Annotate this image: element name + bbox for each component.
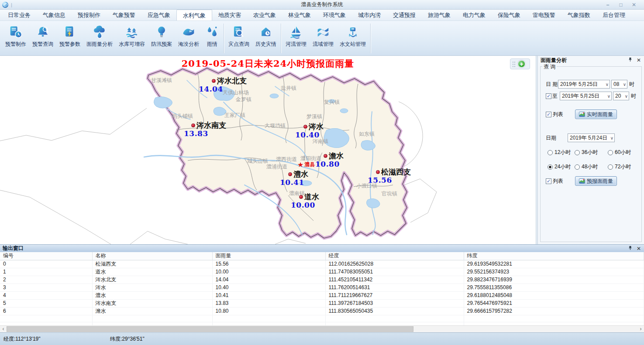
table-cell: 29.8823476716939	[464, 276, 644, 284]
scrollbar-thumb[interactable]	[7, 326, 413, 332]
table-cell: 14.04	[212, 276, 325, 284]
maximize-button[interactable]: □	[614, 2, 627, 8]
to-hour-select[interactable]: 20 ∨	[613, 92, 629, 100]
rain-analysis-panel: 面雨量分析 ✕ 查 询 日 期 2019年 5月25日 ∨ 08 ∨	[538, 56, 644, 244]
duration-radio-label: 12小时	[554, 149, 571, 156]
table-cell: 0	[0, 260, 92, 268]
duration-radio-12小时[interactable]: 12小时	[548, 149, 575, 156]
column-header[interactable]: 纬度	[464, 252, 644, 260]
map-svg	[0, 56, 536, 244]
forecast-list-checkbox[interactable]: ✓	[546, 178, 551, 184]
from-hour-select[interactable]: 08 ∨	[611, 80, 627, 89]
menu-item-9[interactable]: 林业气象	[282, 10, 317, 20]
map-canvas[interactable]: 2019-05-24日未来24小时预报面雨量 甘溪滩镇盐井镇天供山林场金罗镇复兴…	[0, 56, 536, 244]
table-row[interactable]: 2涔水北支14.04111.45210541134229.88234767169…	[0, 276, 644, 284]
tool-bulb[interactable]: 防汛预案	[148, 24, 175, 49]
table-cell: 111.76200514631	[325, 284, 464, 291]
to-checkbox[interactable]: ✓	[546, 93, 551, 99]
table-row[interactable]: 4澧水10.41111.71121966762729.6188012485048	[0, 291, 644, 299]
duration-radio-60小时[interactable]: 60小时	[608, 149, 643, 156]
pin-icon[interactable]	[628, 57, 633, 63]
column-header[interactable]: 名称	[92, 252, 212, 260]
menu-item-18[interactable]: 后台管理	[596, 10, 631, 20]
tool-cloud-drop[interactable]: 面雨量分析	[83, 24, 116, 49]
table-row[interactable]: 5涔水南支13.83111.39726718450329.76544769759…	[0, 299, 644, 307]
table-row[interactable]: 1道水10.00111.74708305505129.552156374923	[0, 268, 644, 276]
tool-label: 河流管理	[286, 41, 307, 48]
title-bar: | 澧县业务制作系统 – □ ✕	[0, 0, 644, 10]
tool-doc-clock[interactable]: 预警制作	[2, 24, 29, 49]
table-row[interactable]: 3涔水10.40111.7620051463129.7555811355086	[0, 284, 644, 291]
menu-item-7[interactable]: 地质灾害	[212, 10, 247, 20]
forecast-date-select[interactable]: 2019年 5月24日 ∨	[568, 133, 615, 142]
menu-item-2[interactable]: 气象信息	[37, 10, 72, 20]
tool-flood-wave[interactable]: 淹没分析	[175, 24, 202, 49]
from-date-select[interactable]: 2019年 5月25日 ∨	[558, 80, 610, 89]
table-row[interactable]: 6澹水10.80111.83056505043529.6666157957282	[0, 307, 644, 315]
table-cell: 29.6666157957282	[464, 307, 644, 315]
realtime-rain-button[interactable]: 实时面雨量	[575, 109, 617, 119]
table-cell-empty	[0, 315, 92, 322]
table-cell-empty	[212, 322, 325, 325]
scroll-left-button[interactable]: ‹	[0, 326, 7, 332]
menu-item-8[interactable]: 农业气象	[247, 10, 282, 20]
horizontal-scrollbar[interactable]: ‹ ›	[0, 325, 644, 332]
table-row[interactable]: 0松滋西支15.56112.00162562502829.61935495322…	[0, 260, 644, 268]
forecast-rain-button[interactable]: 预报面雨量	[575, 176, 617, 186]
tool-label: 水库可增容	[119, 41, 145, 48]
map-zoom-control[interactable]: +	[510, 58, 530, 69]
output-close-icon[interactable]: ✕	[637, 246, 641, 252]
tool-doc-bolt[interactable]: 预警参数	[56, 24, 83, 49]
table-cell-empty	[325, 315, 464, 322]
menu-item-12[interactable]: 交通预报	[387, 10, 422, 20]
output-table-body: 0松滋西支15.56112.00162562502829.61935495322…	[0, 260, 644, 325]
column-header[interactable]: 面雨量	[212, 252, 325, 260]
zoom-in-icon[interactable]: +	[518, 60, 525, 68]
menu-item-15[interactable]: 保险气象	[492, 10, 527, 20]
duration-radio-label: 36小时	[582, 149, 598, 156]
menu-item-13[interactable]: 旅游气象	[422, 10, 457, 20]
to-date-select[interactable]: 2019年 5月25日 ∨	[560, 92, 612, 100]
panel-close-icon[interactable]: ✕	[637, 57, 641, 63]
column-header[interactable]: 经度	[325, 252, 464, 260]
radio-icon	[548, 164, 553, 170]
duration-radio-72小时[interactable]: 72小时	[608, 163, 643, 171]
table-cell-empty	[464, 322, 644, 325]
doc-search-icon	[232, 25, 246, 39]
tool-label: 防汛预案	[151, 41, 172, 48]
menu-item-4[interactable]: 气象预警	[107, 10, 141, 20]
tool-reservoir[interactable]: 水库可增容	[116, 24, 148, 49]
menu-item-1[interactable]: 日常业务	[2, 10, 37, 20]
tool-waves[interactable]: 流域管理	[310, 24, 337, 49]
menu-item-3[interactable]: 预报制作	[72, 10, 107, 20]
tool-sailboat[interactable]: 河流管理	[282, 24, 310, 49]
duration-radio-48小时[interactable]: 48小时	[575, 163, 608, 171]
menu-item-16[interactable]: 雷电预警	[527, 10, 561, 20]
realtime-list-checkbox[interactable]: ✓	[546, 112, 551, 117]
tool-raindrops[interactable]: 雨情	[202, 24, 222, 49]
tool-bell-search[interactable]: 预警查询	[29, 24, 56, 49]
status-bar: 经度:112°13'19" 纬度:29°36'51"	[0, 332, 644, 345]
doc-clock-icon	[9, 25, 23, 39]
menu-item-17[interactable]: 气象指数	[561, 10, 596, 20]
duration-radio-36小时[interactable]: 36小时	[575, 149, 608, 156]
menu-item-6[interactable]: 水利气象	[176, 10, 212, 20]
scroll-right-button[interactable]: ›	[637, 326, 644, 332]
minimize-button[interactable]: –	[601, 2, 614, 8]
menu-item-5[interactable]: 应急气象	[141, 10, 176, 20]
to-hour-value: 20	[615, 93, 624, 99]
tool-history-house[interactable]: 历史灾情	[252, 24, 279, 49]
main-area: 2019-05-24日未来24小时预报面雨量 甘溪滩镇盐井镇天供山林场金罗镇复兴…	[0, 56, 644, 244]
table-cell-empty	[92, 322, 212, 325]
column-header[interactable]: 编号	[0, 252, 92, 260]
close-button[interactable]: ✕	[627, 2, 641, 8]
chevron-down-icon: ∨	[610, 136, 613, 140]
menu-item-11[interactable]: 城市内涝	[352, 10, 387, 20]
tool-label: 灾点查询	[228, 41, 249, 48]
tool-doc-search[interactable]: 灾点查询	[225, 24, 252, 49]
menu-item-10[interactable]: 环境气象	[317, 10, 352, 20]
menu-item-14[interactable]: 电力气象	[457, 10, 492, 20]
tool-hydro-station[interactable]: 水文站管理	[337, 24, 369, 49]
duration-radio-24小时[interactable]: 24小时	[548, 163, 575, 171]
pin-icon[interactable]	[628, 246, 633, 252]
